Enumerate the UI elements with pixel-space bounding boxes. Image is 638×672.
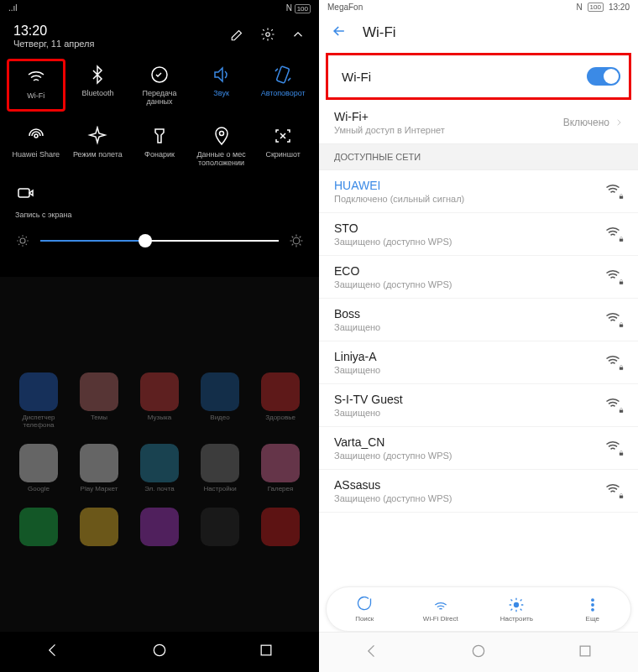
tile-location[interactable]: Данные о мес тоположении bbox=[192, 120, 251, 173]
tile-label: Скриншот bbox=[265, 150, 301, 159]
network-row[interactable]: Liniya-A Защищено bbox=[319, 341, 638, 384]
network-status: Защищено bbox=[334, 365, 380, 375]
nfc-icon: N bbox=[576, 3, 582, 12]
svg-point-8 bbox=[154, 644, 165, 655]
nav-home[interactable] bbox=[470, 643, 487, 663]
tile-flashlight[interactable]: Фонарик bbox=[130, 120, 189, 173]
wifi-switch[interactable] bbox=[587, 67, 620, 86]
wifi-signal-icon bbox=[604, 481, 623, 501]
wifi-settings-screen: MegaFon N 100 13:20 Wi-Fi Wi-Fi Wi-Fi+ У… bbox=[319, 0, 638, 672]
wifi-toggle-row[interactable]: Wi-Fi bbox=[326, 53, 631, 100]
tile-screenshot[interactable]: Скриншот bbox=[254, 120, 312, 173]
navbar bbox=[319, 632, 638, 672]
action-direct[interactable]: Wi-Fi Direct bbox=[403, 587, 479, 631]
record-icon bbox=[15, 182, 37, 204]
app-icon[interactable] bbox=[129, 508, 190, 549]
battery-indicator: 100 bbox=[588, 3, 604, 12]
app-icon[interactable]: Google bbox=[8, 444, 69, 492]
wifi-signal-icon bbox=[604, 438, 623, 458]
network-row[interactable]: S-I-TV Guest Защищено bbox=[319, 384, 638, 427]
tile-bluetooth[interactable]: Bluetooth bbox=[69, 59, 128, 112]
network-name: Varta_CN bbox=[334, 435, 452, 449]
nav-home[interactable] bbox=[151, 642, 168, 662]
action-more[interactable]: Еще bbox=[555, 587, 631, 631]
svg-rect-17 bbox=[620, 496, 623, 498]
tile-sound[interactable]: Звук bbox=[192, 59, 251, 112]
tile-label: Данные о мес тоположении bbox=[194, 150, 249, 168]
app-icon[interactable]: Темы bbox=[69, 372, 129, 429]
home-apps: Диспетчер телефонаТемыМузыкаВидеоЗдоровь… bbox=[0, 372, 319, 549]
wifi-plus-row[interactable]: Wi-Fi+ Умный доступ в Интернет Включено bbox=[319, 102, 638, 143]
slider-track[interactable] bbox=[40, 240, 279, 242]
network-row[interactable]: HUAWEI Подключено (сильный сигнал) bbox=[319, 170, 638, 213]
svg-rect-11 bbox=[620, 239, 623, 242]
app-icon[interactable] bbox=[8, 508, 69, 549]
tile-label: Передача данных bbox=[132, 89, 187, 107]
network-status: Защищено bbox=[334, 322, 380, 332]
svg-point-7 bbox=[293, 237, 300, 244]
tile-rotate[interactable]: Автоповорот bbox=[254, 59, 312, 112]
app-icon[interactable]: Play Маркет bbox=[69, 444, 129, 492]
network-row[interactable]: ECO Защищено (доступно WPS) bbox=[319, 256, 638, 299]
wifi-toggle-label: Wi-Fi bbox=[342, 70, 371, 84]
network-row[interactable]: Varta_CN Защищено (доступно WPS) bbox=[319, 427, 638, 470]
nav-recent[interactable] bbox=[577, 643, 594, 663]
network-row[interactable]: ASsasus Защищено (доступно WPS) bbox=[319, 470, 638, 513]
tile-wifi[interactable]: Wi-Fi bbox=[7, 59, 65, 112]
nav-recent[interactable] bbox=[258, 642, 275, 662]
app-icon[interactable]: Здоровье bbox=[250, 372, 311, 429]
status-bar: MegaFon N 100 13:20 bbox=[319, 0, 638, 14]
app-icon[interactable] bbox=[250, 508, 311, 549]
network-status: Защищено (доступно WPS) bbox=[334, 279, 452, 289]
app-icon[interactable]: Настройки bbox=[190, 444, 250, 492]
wifi-signal-icon bbox=[604, 395, 623, 415]
tile-airplane[interactable]: Режим полета bbox=[69, 120, 128, 173]
action-configure[interactable]: Настроить bbox=[478, 587, 555, 631]
nav-back[interactable] bbox=[363, 643, 380, 663]
svg-rect-23 bbox=[580, 646, 590, 656]
tile-label: Huawei Share bbox=[13, 150, 60, 159]
wifi-plus-value: Включено bbox=[563, 117, 609, 128]
network-row[interactable]: STO Защищено (доступно WPS) bbox=[319, 213, 638, 256]
qs-header: 13:20 Четверг, 11 апреля bbox=[0, 17, 319, 52]
rotate-icon bbox=[272, 64, 294, 86]
settings-icon[interactable] bbox=[260, 27, 275, 45]
slider-thumb[interactable] bbox=[139, 234, 152, 247]
record-label: Запись с экрана bbox=[15, 211, 72, 219]
tile-share[interactable]: Huawei Share bbox=[7, 120, 65, 173]
tile-data[interactable]: Передача данных bbox=[130, 59, 189, 112]
tile-label: Bluetooth bbox=[81, 89, 113, 97]
svg-point-6 bbox=[20, 238, 25, 243]
network-row[interactable]: Boss Защищено bbox=[319, 299, 638, 341]
sound-icon bbox=[211, 64, 233, 86]
nav-back[interactable] bbox=[44, 642, 61, 662]
svg-rect-14 bbox=[620, 367, 623, 370]
network-name: STO bbox=[334, 221, 452, 235]
action-scan[interactable]: Поиск bbox=[327, 587, 403, 631]
app-icon[interactable]: Видео bbox=[190, 372, 250, 429]
app-icon[interactable]: Эл. почта bbox=[129, 444, 190, 492]
data-icon bbox=[149, 64, 170, 86]
app-icon[interactable]: Диспетчер телефона bbox=[8, 372, 69, 429]
brightness-slider[interactable] bbox=[0, 228, 319, 258]
app-icon[interactable]: Музыка bbox=[129, 372, 190, 429]
app-icon[interactable] bbox=[190, 508, 250, 549]
tile-record[interactable]: Запись с экрана bbox=[0, 179, 319, 227]
battery-indicator: 100 bbox=[295, 4, 311, 13]
network-name: ASsasus bbox=[334, 478, 452, 492]
svg-point-3 bbox=[34, 134, 38, 138]
edit-icon[interactable] bbox=[230, 27, 245, 45]
network-status: Подключено (сильный сигнал) bbox=[334, 194, 464, 204]
wifi-signal-icon bbox=[604, 267, 623, 287]
bluetooth-icon bbox=[86, 64, 108, 86]
bottom-action-bar: Поиск Wi-Fi Direct Настроить Еще bbox=[326, 586, 631, 632]
network-name: HUAWEI bbox=[334, 179, 464, 192]
collapse-icon[interactable] bbox=[290, 27, 306, 45]
qs-tiles-row1: Wi-Fi Bluetooth Передача данных Звук Авт… bbox=[0, 52, 319, 118]
status-time: 13:20 bbox=[609, 3, 630, 12]
app-icon[interactable]: Галерея bbox=[250, 444, 311, 492]
nfc-icon: N bbox=[286, 3, 292, 13]
back-button[interactable] bbox=[331, 23, 348, 43]
app-icon[interactable] bbox=[69, 508, 129, 549]
tile-label: Wi-Fi bbox=[27, 91, 44, 100]
